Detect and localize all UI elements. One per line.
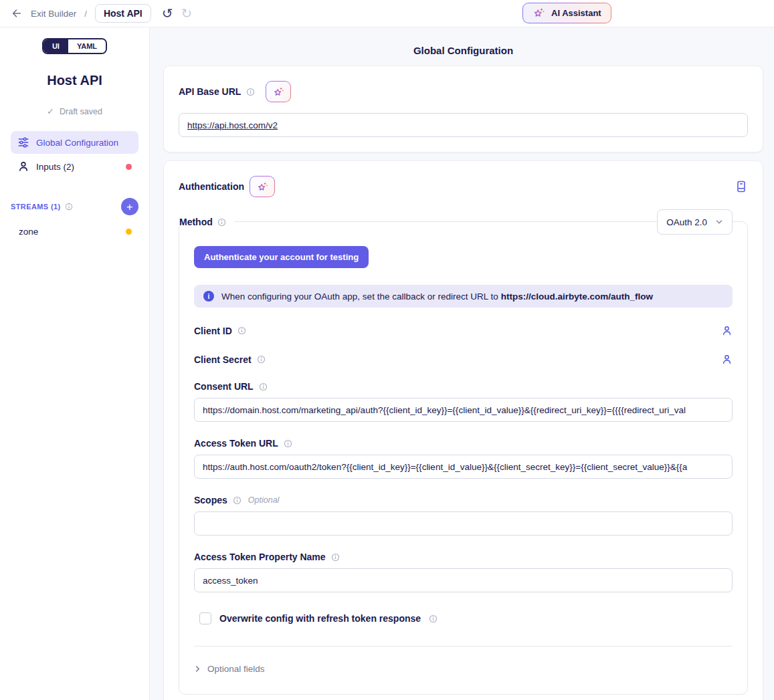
consent-url-label: Consent URL xyxy=(194,381,254,392)
info-circle-icon: i xyxy=(203,291,214,302)
sidebar-item-stream-zone[interactable]: zone xyxy=(11,222,138,241)
client-id-row: Client ID xyxy=(194,325,733,336)
main-panel: Global Configuration API Base URL xyxy=(150,27,774,700)
toggle-yaml[interactable]: YAML xyxy=(68,39,106,53)
sparkle-star-icon xyxy=(533,7,545,19)
ai-assist-auth-button[interactable] xyxy=(250,176,275,197)
oauth-callback-banner: i When configuring your OAuth app, set t… xyxy=(194,285,733,308)
chevron-right-icon xyxy=(194,665,201,673)
breadcrumb-separator: / xyxy=(84,9,87,19)
access-token-url-label: Access Token URL xyxy=(194,438,278,449)
sidebar-item-label: Inputs (2) xyxy=(36,162,74,172)
api-base-url-input[interactable] xyxy=(179,113,748,137)
banner-text: When configuring your OAuth app, set the… xyxy=(221,291,653,302)
ai-assist-field-button[interactable] xyxy=(266,81,291,102)
auth-method-select[interactable]: OAuth 2.0 xyxy=(657,209,733,235)
draft-status-label: Draft saved xyxy=(60,107,102,116)
optional-fields-label: Optional fields xyxy=(207,664,265,674)
info-icon xyxy=(331,553,340,562)
info-icon xyxy=(259,382,268,391)
sidebar-item-global-configuration[interactable]: Global Configuration xyxy=(11,131,138,154)
ai-assistant-label: AI Assistant xyxy=(551,8,601,18)
oauth-config-section: Method OAuth 2.0 Authenticate you xyxy=(179,221,748,695)
client-secret-label: Client Secret xyxy=(194,354,252,365)
access-token-url-input[interactable] xyxy=(194,455,733,479)
info-icon xyxy=(65,203,73,211)
info-icon xyxy=(217,218,226,227)
undo-icon[interactable]: ↺ xyxy=(162,7,173,20)
stream-label: zone xyxy=(19,227,38,237)
chevron-down-icon xyxy=(715,218,723,226)
streams-header-label: STREAMS (1) xyxy=(11,203,61,211)
auth-method-value: OAuth 2.0 xyxy=(666,217,707,227)
ui-yaml-toggle[interactable]: UI YAML xyxy=(42,38,107,54)
info-icon xyxy=(284,439,292,448)
authentication-title: Authentication xyxy=(179,181,244,192)
connector-title: Host API xyxy=(11,73,138,88)
info-icon xyxy=(237,326,246,335)
api-base-url-card: API Base URL xyxy=(163,66,763,152)
connector-name-field[interactable]: Host API xyxy=(95,4,151,23)
consent-url-input[interactable] xyxy=(194,398,733,422)
scopes-field: Scopes Optional xyxy=(194,495,733,536)
authenticate-button[interactable]: Authenticate your account for testing xyxy=(194,246,369,268)
add-stream-button[interactable]: + xyxy=(121,198,138,215)
client-id-label: Client ID xyxy=(194,326,232,336)
info-icon xyxy=(246,88,255,96)
consent-url-field: Consent URL xyxy=(194,381,733,422)
toggle-ui[interactable]: UI xyxy=(43,39,68,53)
inputs-status-dot xyxy=(126,164,132,170)
info-icon xyxy=(257,355,266,364)
redo-icon: ↻ xyxy=(181,7,193,20)
sidebar-item-label: Global Configuration xyxy=(36,138,118,148)
sidebar-item-inputs[interactable]: Inputs (2) xyxy=(11,155,138,178)
client-secret-row: Client Secret xyxy=(194,354,733,365)
user-input-link-icon[interactable] xyxy=(721,325,733,336)
overwrite-config-label: Overwrite config with refresh token resp… xyxy=(219,613,421,624)
token-property-label: Access Token Property Name xyxy=(194,552,326,562)
top-bar: Exit Builder / Host API ↺ ↻ AI Assistant xyxy=(0,0,774,27)
breadcrumb-exit-builder[interactable]: Exit Builder xyxy=(31,9,76,19)
ai-assistant-button[interactable]: AI Assistant xyxy=(522,3,611,23)
back-arrow-icon[interactable] xyxy=(11,7,23,19)
api-base-url-label: API Base URL xyxy=(179,86,241,97)
method-label: Method xyxy=(179,217,213,227)
page-title: Global Configuration xyxy=(163,45,763,56)
info-icon xyxy=(429,614,438,623)
authentication-card: Authentication xyxy=(163,160,763,700)
overwrite-config-row: Overwrite config with refresh token resp… xyxy=(194,612,733,624)
check-icon: ✓ xyxy=(47,106,54,116)
token-property-input[interactable] xyxy=(194,568,733,592)
person-icon xyxy=(17,160,29,172)
section-divider xyxy=(194,646,733,647)
scopes-input[interactable] xyxy=(194,511,733,536)
draft-status: ✓ Draft saved xyxy=(11,106,138,116)
scopes-label: Scopes xyxy=(194,495,227,505)
banner-url: https://cloud.airbyte.com/auth_flow xyxy=(501,291,653,302)
overwrite-config-checkbox[interactable] xyxy=(199,612,211,624)
sidebar: UI YAML Host API ✓ Draft saved Global Co… xyxy=(0,27,150,700)
access-token-url-field: Access Token URL xyxy=(194,438,733,479)
sliders-icon xyxy=(17,136,29,148)
sidebar-nav: Global Configuration Inputs (2) xyxy=(11,131,138,178)
optional-fields-toggle[interactable]: Optional fields xyxy=(194,664,733,674)
token-property-field: Access Token Property Name xyxy=(194,552,733,592)
streams-header: STREAMS (1) + xyxy=(11,198,138,215)
scopes-optional-hint: Optional xyxy=(248,495,280,505)
user-input-link-icon[interactable] xyxy=(721,354,733,365)
docs-book-icon[interactable] xyxy=(735,180,748,193)
stream-status-dot xyxy=(126,229,132,235)
info-icon xyxy=(233,496,241,505)
